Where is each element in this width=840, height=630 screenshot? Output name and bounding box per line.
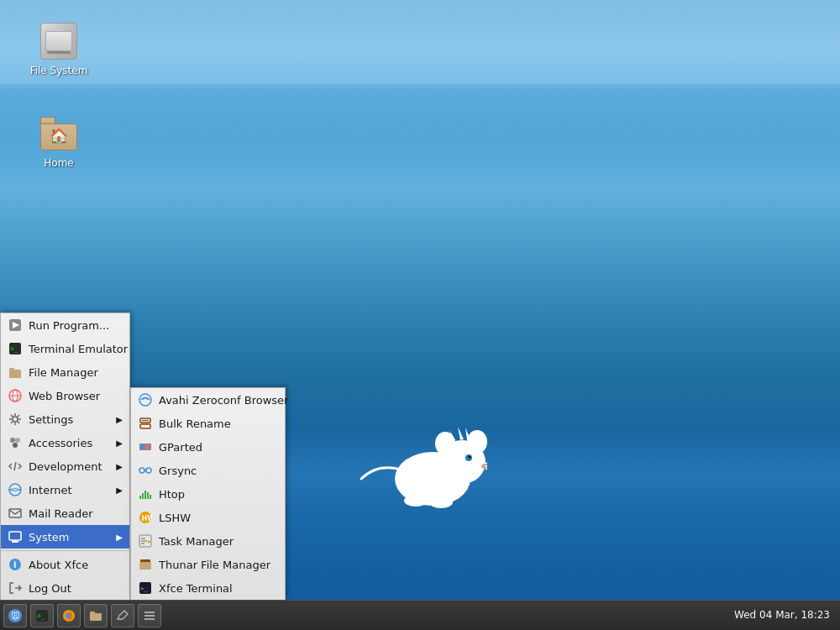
svg-rect-27 — [9, 509, 21, 517]
svg-point-34 — [139, 394, 151, 406]
desktop-icon-filesystem[interactable]: File System — [25, 21, 92, 76]
mouse-mascot — [353, 412, 487, 512]
settings-icon — [8, 412, 23, 427]
taskmanager-icon — [138, 533, 153, 549]
submenu-item-gparted[interactable]: GParted — [131, 435, 285, 459]
xfceterminal-icon: >_ — [138, 580, 153, 596]
avahi-icon — [138, 392, 153, 407]
lshw-icon: HW — [138, 510, 153, 525]
settings-arrow: ▶ — [116, 415, 123, 424]
svg-text:>_: >_ — [10, 345, 18, 353]
svg-rect-17 — [9, 368, 14, 371]
submenu-item-grsync[interactable]: Grsync — [131, 459, 285, 482]
taskbar-files-button[interactable] — [84, 604, 108, 627]
taskbar-editor-button[interactable] — [111, 604, 134, 627]
svg-rect-56 — [139, 562, 151, 570]
svg-point-23 — [15, 438, 20, 443]
menu-item-webbrowser-label: Web Browser — [29, 390, 100, 402]
menu-separator — [1, 550, 129, 551]
taskbar-apps-button[interactable]: 🐭 — [3, 604, 27, 627]
svg-point-26 — [9, 484, 21, 496]
taskbar: 🐭 >_ — [0, 600, 840, 630]
terminal-icon: >_ — [8, 341, 23, 356]
menu-item-settings-label: Settings — [29, 413, 73, 426]
accessories-icon — [8, 435, 23, 450]
menu-item-development-label: Development — [29, 460, 102, 473]
submenu-item-bulkrename[interactable]: Bulk Rename — [131, 412, 285, 435]
thunar-icon — [138, 557, 153, 572]
menu-item-system[interactable]: System ▶ — [1, 525, 129, 549]
submenu-item-thunar-label: Thunar File Manager — [159, 559, 270, 571]
menu-item-internet[interactable]: Internet ▶ — [1, 478, 129, 501]
submenu-item-avahi-label: Avahi Zeroconf Browser — [159, 394, 288, 407]
submenu-item-grsync-label: Grsync — [159, 465, 197, 477]
submenu-system: Avahi Zeroconf Browser Bulk Rename GPart… — [130, 387, 286, 600]
submenu-item-avahi[interactable]: Avahi Zeroconf Browser — [131, 388, 285, 412]
menu-item-terminal[interactable]: >_ Terminal Emulator — [1, 337, 129, 360]
menu-item-internet-label: Internet — [29, 484, 72, 496]
submenu-item-taskmanager-label: Task Manager — [159, 535, 234, 548]
submenu-item-htop[interactable]: Htop — [131, 482, 285, 506]
svg-rect-43 — [139, 496, 141, 499]
svg-line-7 — [486, 459, 487, 464]
submenu-item-bulkrename-label: Bulk Rename — [159, 417, 231, 430]
svg-point-11 — [429, 496, 453, 508]
home-icon-label: Home — [44, 157, 73, 169]
submenu-item-taskmanager[interactable]: Task Manager — [131, 529, 285, 553]
menu-item-mailreader[interactable]: Mail Reader — [1, 501, 129, 525]
taskbar-clock: Wed 04 Mar, 18:23 — [724, 609, 840, 622]
gparted-icon — [138, 439, 153, 454]
menu-item-webbrowser[interactable]: Web Browser — [1, 384, 129, 407]
svg-point-10 — [404, 495, 428, 507]
taskbar-clock-text: Wed 04 Mar, 18:23 — [734, 609, 830, 622]
svg-rect-45 — [144, 491, 146, 499]
desktop-icon-home[interactable]: 🏠 Home — [25, 113, 92, 169]
logout-icon — [8, 580, 23, 596]
menu-item-logout[interactable]: Log Out — [1, 576, 129, 600]
menu-item-accessories[interactable]: Accessories ▶ — [1, 431, 129, 454]
submenu-item-xfceterminal[interactable]: >_ Xfce Terminal — [131, 576, 285, 600]
internet-arrow: ▶ — [116, 486, 123, 495]
htop-icon — [138, 486, 153, 501]
taskbar-terminal-button[interactable]: >_ — [30, 604, 54, 627]
filemanager-icon — [8, 365, 23, 380]
menu-item-filemanager[interactable]: File Manager — [1, 360, 129, 384]
svg-rect-66 — [90, 612, 95, 615]
desktop: File System 🏠 Home — [0, 0, 840, 630]
menu-item-accessories-label: Accessories — [29, 437, 92, 449]
apps-menu: Run Program... >_ Terminal Emulator File… — [0, 312, 130, 600]
taskbar-firefox-button[interactable] — [57, 604, 81, 627]
home-icon: 🏠 — [39, 113, 79, 154]
mailreader-icon — [8, 506, 23, 521]
menu-item-run-label: Run Program... — [29, 319, 109, 332]
system-icon — [8, 529, 23, 544]
svg-point-3 — [467, 430, 487, 454]
submenu-item-thunar[interactable]: Thunar File Manager — [131, 553, 285, 576]
svg-line-25 — [14, 462, 16, 470]
menu-item-settings[interactable]: Settings ▶ — [1, 407, 129, 431]
svg-rect-47 — [150, 495, 151, 499]
submenu-item-lshw-label: LSHW — [159, 512, 191, 524]
menu-item-terminal-label: Terminal Emulator — [29, 343, 128, 355]
taskbar-menu-button[interactable] — [138, 604, 161, 627]
menu-item-development[interactable]: Development ▶ — [1, 454, 129, 478]
svg-text:i: i — [13, 560, 16, 570]
submenu-item-lshw[interactable]: HW LSHW — [131, 506, 285, 529]
menu-item-run[interactable]: Run Program... — [1, 313, 129, 337]
submenu-item-gparted-label: GParted — [159, 441, 202, 454]
menu-item-aboutxfce[interactable]: i About Xfce — [1, 553, 129, 576]
grsync-icon — [138, 463, 153, 478]
submenu-item-htop-label: Htop — [159, 488, 185, 501]
svg-point-21 — [13, 417, 18, 422]
svg-text:HW: HW — [142, 515, 153, 522]
taskbar-left: 🐭 >_ — [0, 604, 165, 627]
menu-item-logout-label: Log Out — [29, 582, 71, 595]
svg-rect-39 — [140, 444, 144, 449]
aboutxfce-icon: i — [8, 557, 23, 572]
menu-item-filemanager-label: File Manager — [29, 366, 98, 379]
svg-point-22 — [10, 438, 15, 443]
filesystem-icon-label: File System — [30, 65, 88, 76]
svg-marker-54 — [148, 540, 151, 543]
internet-icon — [8, 482, 23, 497]
menu-item-aboutxfce-label: About Xfce — [29, 559, 88, 571]
